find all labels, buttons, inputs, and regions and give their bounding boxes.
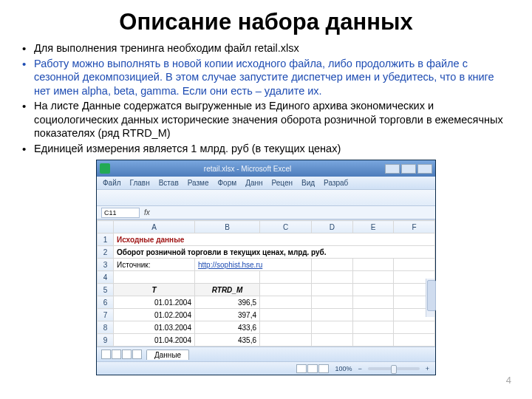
- ribbon-tab[interactable]: Файл: [103, 179, 121, 187]
- cell[interactable]: [312, 284, 353, 296]
- cell[interactable]: [352, 296, 394, 309]
- row-header[interactable]: 8: [98, 321, 114, 334]
- tab-nav-last-icon[interactable]: [132, 349, 142, 359]
- cell[interactable]: [352, 271, 394, 284]
- tab-nav-prev-icon[interactable]: [112, 349, 121, 359]
- excel-window: retail.xlsx - Microsoft Excel Файл Главн…: [96, 160, 436, 375]
- row-header[interactable]: 6: [98, 296, 114, 309]
- zoom-out-icon[interactable]: −: [358, 365, 361, 372]
- minimize-button[interactable]: [385, 164, 400, 174]
- cell[interactable]: [312, 271, 353, 284]
- formula-bar: C11 fx: [97, 206, 435, 219]
- ribbon-tabs: Файл Главн Встав Разме Форм Данн Рецен В…: [97, 177, 435, 190]
- column-header[interactable]: B: [195, 221, 260, 233]
- bullet-item: Единицей измерения является 1 млрд. руб …: [34, 142, 507, 156]
- vertical-scrollbar[interactable]: [426, 279, 434, 317]
- cell[interactable]: [260, 309, 312, 321]
- ribbon-tab[interactable]: Разраб: [324, 179, 348, 187]
- column-header[interactable]: F: [394, 221, 435, 233]
- cell[interactable]: RTRD_M: [195, 284, 260, 296]
- cell[interactable]: [260, 296, 312, 309]
- cell[interactable]: [394, 334, 435, 347]
- ribbon-tab[interactable]: Форм: [218, 179, 237, 187]
- row-header[interactable]: 7: [98, 309, 114, 321]
- column-header[interactable]: E: [352, 221, 394, 233]
- row-header[interactable]: 1: [98, 233, 114, 246]
- bullet-item: Для выполнения тренинга необходим файл r…: [34, 41, 507, 55]
- ribbon-toolbar: [97, 190, 435, 206]
- cell[interactable]: [352, 309, 394, 321]
- cell[interactable]: http://sophist.hse.ru: [195, 259, 312, 271]
- cell[interactable]: 01.04.2004: [114, 334, 195, 347]
- source-link[interactable]: http://sophist.hse.ru: [198, 261, 262, 269]
- cell[interactable]: 01.01.2004: [114, 296, 195, 309]
- ribbon-tab[interactable]: Встав: [159, 179, 179, 187]
- cell[interactable]: [352, 334, 394, 347]
- ribbon-tab[interactable]: Рецен: [272, 179, 293, 187]
- excel-logo-icon: [100, 163, 110, 174]
- cell[interactable]: Оборот розничной торговли в текущих цена…: [114, 246, 435, 259]
- cell[interactable]: [260, 284, 312, 296]
- cell[interactable]: T: [114, 284, 195, 296]
- cell[interactable]: [352, 259, 394, 271]
- cell[interactable]: [352, 284, 394, 296]
- row-header[interactable]: 3: [98, 259, 114, 271]
- sheet-tab[interactable]: Данные: [146, 349, 189, 360]
- spreadsheet-grid: A B C D E F 1 Исходные данные 2 Оборот р…: [97, 219, 435, 347]
- select-all-corner[interactable]: [98, 221, 114, 233]
- cell[interactable]: [352, 321, 394, 334]
- cell[interactable]: Источник:: [114, 259, 195, 271]
- cell[interactable]: [312, 321, 353, 334]
- tab-nav-first-icon[interactable]: [101, 349, 111, 359]
- cell[interactable]: 396,5: [195, 296, 260, 309]
- view-break-icon[interactable]: [318, 364, 329, 373]
- column-header[interactable]: A: [114, 221, 195, 233]
- cell[interactable]: [114, 271, 195, 284]
- ribbon-tab[interactable]: Данн: [245, 179, 262, 187]
- row-header[interactable]: 9: [98, 334, 114, 347]
- row-header[interactable]: 2: [98, 246, 114, 259]
- zoom-slider[interactable]: [368, 367, 420, 370]
- ribbon-tab[interactable]: Главн: [130, 179, 150, 187]
- cell[interactable]: Исходные данные: [114, 233, 435, 246]
- cell[interactable]: 435,6: [195, 334, 260, 347]
- name-box[interactable]: C11: [101, 208, 140, 218]
- slide-title: Описание набора данных: [0, 0, 532, 41]
- sheet-tab-bar: Данные: [97, 347, 435, 361]
- cell[interactable]: [312, 259, 353, 271]
- titlebar: retail.xlsx - Microsoft Excel: [97, 160, 435, 177]
- page-number: 4: [506, 375, 511, 386]
- ribbon-tab[interactable]: Вид: [301, 179, 315, 187]
- cell[interactable]: 397,4: [195, 309, 260, 321]
- zoom-in-icon[interactable]: +: [426, 365, 429, 372]
- zoom-level[interactable]: 100%: [335, 365, 352, 372]
- cell[interactable]: [260, 271, 312, 284]
- cell[interactable]: [312, 309, 353, 321]
- bullet-list: Для выполнения тренинга необходим файл r…: [0, 41, 532, 155]
- window-title: retail.xlsx - Microsoft Excel: [113, 165, 382, 173]
- ribbon-tab[interactable]: Разме: [188, 179, 209, 187]
- row-header[interactable]: 5: [98, 284, 114, 296]
- tab-nav-next-icon[interactable]: [122, 349, 132, 359]
- cell[interactable]: [312, 296, 353, 309]
- column-header[interactable]: D: [312, 221, 353, 233]
- bullet-item: На листе Данные содержатся выгруженные и…: [34, 99, 507, 140]
- row-header[interactable]: 4: [98, 271, 114, 284]
- close-button[interactable]: [417, 164, 432, 174]
- cell[interactable]: [312, 334, 353, 347]
- maximize-button[interactable]: [401, 164, 416, 174]
- cell[interactable]: 01.02.2004: [114, 309, 195, 321]
- cell[interactable]: [394, 321, 435, 334]
- view-layout-icon[interactable]: [307, 364, 318, 373]
- bullet-item: Работу можно выполнять в новой копии исх…: [34, 57, 507, 98]
- column-header[interactable]: C: [260, 221, 312, 233]
- cell[interactable]: [260, 334, 312, 347]
- cell[interactable]: [394, 259, 435, 271]
- view-normal-icon[interactable]: [296, 364, 307, 373]
- cell[interactable]: [195, 271, 260, 284]
- status-bar: 100% − +: [97, 361, 435, 375]
- fx-icon[interactable]: fx: [144, 208, 150, 216]
- cell[interactable]: [260, 321, 312, 334]
- cell[interactable]: 01.03.2004: [114, 321, 195, 334]
- cell[interactable]: 433,6: [195, 321, 260, 334]
